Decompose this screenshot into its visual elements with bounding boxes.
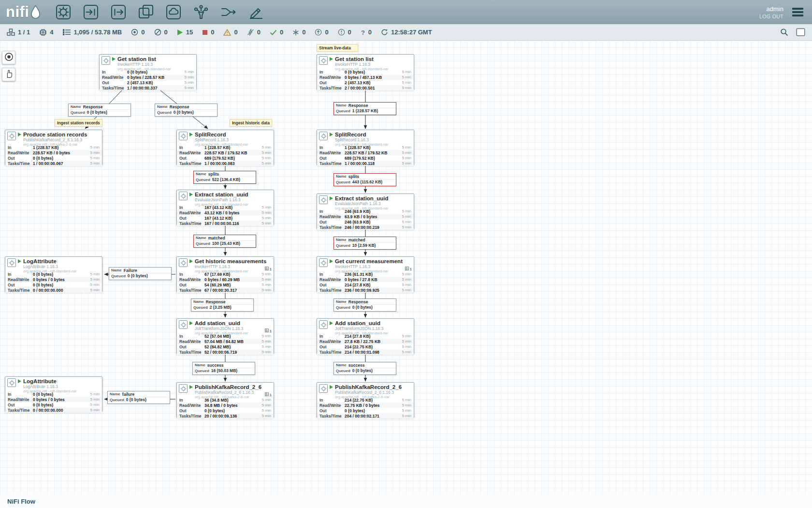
connection-response-0[interactable]: NameResponseQueued0 (0 bytes)	[68, 104, 131, 117]
status-locally-modified: 0	[292, 29, 305, 36]
connection-matched-3[interactable]: NamematchedQueued100 (25.43 KB)	[193, 235, 256, 248]
connection-name-key: Name	[336, 103, 347, 107]
queued-icon	[63, 29, 71, 35]
stat-value: 52 / 00:00:06.719	[204, 350, 237, 355]
processor-name: SplitRecord	[195, 132, 226, 137]
stat-window: 5 min	[402, 80, 411, 85]
processor-icon	[319, 320, 328, 329]
connection-response-5[interactable]: NameResponseQueued2 (3.25 MB)	[191, 299, 254, 312]
stat-value: 54 (60.29 MB)	[204, 283, 231, 287]
processor-header: LogAttributeLogAttribute 1.16.3org.apach…	[5, 257, 102, 271]
toolbar-funnel-icon[interactable]	[193, 4, 209, 20]
stat-label: Out	[319, 156, 345, 161]
processor-publish-kafka-left[interactable]: PublishKafkaRecord_2_6PublishKafkaRecord…	[176, 382, 274, 418]
flow-label[interactable]: Ingest historic data	[230, 119, 272, 127]
canvas-panel-toggle-icon[interactable]	[796, 28, 805, 36]
processor-log-attribute-1[interactable]: LogAttributeLogAttribute 1.16.3org.apach…	[5, 256, 102, 292]
processor-name: Produce station records	[23, 132, 87, 137]
breadcrumb[interactable]: NiFi Flow	[7, 498, 35, 505]
processor-extract-station-uuid-left[interactable]: Extract station_uuidEvaluateJsonPath 1.1…	[176, 190, 274, 225]
connection-splits-9[interactable]: NamesplitsQueued443 (115.62 KB)	[334, 173, 396, 186]
processor-name-row: SplitRecord	[330, 132, 388, 137]
stat-row: Read/Write0 bytes / 0 bytes5 min	[5, 397, 102, 402]
connection-name-value: success	[207, 363, 224, 368]
status-up-to-date-count: 0	[280, 29, 283, 36]
connection-matched-10[interactable]: NamematchedQueued10 (2.59 KB)	[334, 237, 396, 250]
processor-get-station-list-right[interactable]: Get station listInvokeHTTP 1.16.3org.apa…	[317, 54, 414, 90]
connection-success-6[interactable]: NamesuccessQueued16 (50.03 MB)	[192, 362, 255, 375]
stat-window: 5 min	[261, 161, 271, 165]
stat-row: In1 (228.57 KB)5 min	[177, 145, 274, 150]
flow-label[interactable]: Stream live-data	[317, 44, 358, 52]
toolbar-template-icon[interactable]	[220, 4, 237, 20]
connection-name-row: Namesplits	[194, 171, 256, 177]
processor-extract-station-uuid-right[interactable]: Extract station_uuidEvaluateJsonPath 1.1…	[317, 194, 414, 229]
processor-get-historic-measurements[interactable]: Get historic measurementsInvokeHTTP 1.16…	[176, 256, 274, 292]
processor-stats: In0 (0 bytes)5 minRead/Write0 bytes / 45…	[317, 69, 414, 90]
stat-row: Out0 (0 bytes)5 min	[5, 155, 102, 161]
status-stale-count: 0	[325, 29, 328, 36]
connection-failure-7[interactable]: NamefailureQueued0 (0 bytes)	[107, 391, 170, 404]
global-menu-button[interactable]	[790, 6, 805, 18]
processor-produce-station-records[interactable]: Produce station recordsPublishKafkaRecor…	[5, 130, 102, 165]
toolbar-label-icon[interactable]	[248, 4, 264, 20]
processor-header: SplitRecordSplitRecord 1.16.3org.apache.…	[317, 130, 414, 145]
stat-value: 1 (228.57 KB)	[204, 145, 230, 150]
connection-name-row: NameResponse	[334, 103, 396, 108]
processor-split-record-right[interactable]: SplitRecordSplitRecord 1.16.3org.apache.…	[317, 130, 414, 165]
processor-stats: In0 (0 bytes)5 minRead/Write0 bytes / 0 …	[5, 391, 102, 413]
flow-label[interactable]: Ingest station records	[55, 119, 102, 127]
toolbar-processor-icon[interactable]	[55, 4, 72, 20]
processor-get-station-list-left[interactable]: Get station listInvokeHTTP 1.16.3org.apa…	[99, 54, 197, 90]
stat-window: 5 min	[90, 150, 100, 155]
invalid-icon	[223, 29, 231, 36]
connection-failure-4[interactable]: NameFailureQueued0 (0 bytes)	[109, 267, 172, 280]
connection-splits-2[interactable]: NamesplitsQueued522 (136.4 KB)	[193, 171, 256, 184]
processor-publish-kafka-right[interactable]: PublishKafkaRecord_2_6PublishKafkaRecord…	[317, 382, 414, 418]
toolbar-remote-process-group-icon[interactable]	[165, 4, 182, 20]
stat-label: Read/Write	[319, 150, 345, 155]
running-status-icon	[112, 57, 116, 61]
stat-value: 0 bytes / 60.29 MB	[204, 277, 240, 282]
processor-split-record-left[interactable]: SplitRecordSplitRecord 1.16.3org.apache.…	[176, 130, 274, 165]
connection-queued-value: 0 (0 bytes)	[128, 273, 148, 278]
connection-response-1[interactable]: NameResponseQueued0 (0 bytes)	[155, 104, 218, 117]
stat-window: 5 min	[90, 392, 100, 396]
toolbar-input-port-icon[interactable]	[83, 4, 99, 20]
connection-response-11[interactable]: NameResponseQueued0 (0 bytes)	[334, 299, 396, 312]
processor-add-station-uuid-left[interactable]: Add station_uuidJoltTransformJSON 1.16.3…	[176, 318, 274, 354]
flow-canvas[interactable]: Ingest station recordsIngest historic da…	[0, 41, 812, 508]
stat-label: Out	[319, 408, 345, 413]
connection-success-12[interactable]: NamesuccessQueued0 (0 bytes)	[334, 362, 396, 375]
stat-row: Read/Write22.75 KB / 0 bytes5 min	[317, 403, 414, 408]
processor-titles: Produce station recordsPublishKafkaRecor…	[18, 132, 87, 145]
processor-add-station-uuid-right[interactable]: Add station_uuidJoltTransformJSON 1.16.3…	[317, 318, 414, 354]
processor-icon	[179, 258, 188, 267]
connection-queued-value: 0 (0 bytes)	[174, 110, 194, 115]
search-icon[interactable]	[780, 28, 788, 36]
connection-name-key: Name	[195, 363, 205, 367]
processor-log-attribute-2[interactable]: LogAttributeLogAttribute 1.16.3org.apach…	[5, 376, 102, 412]
toolbar-output-port-icon[interactable]	[110, 4, 127, 20]
stat-row: Read/Write0 bytes / 228.57 KB5 min	[100, 75, 196, 80]
operate-palette-button[interactable]	[2, 68, 15, 81]
stat-window: 5 min	[184, 86, 194, 90]
stat-window: 5 min	[90, 288, 100, 292]
connection-response-8[interactable]: NameResponseQueued1 (228.57 KB)	[334, 102, 396, 115]
stat-value: 0 bytes / 457.13 KB	[345, 75, 382, 80]
logout-link[interactable]: LOG OUT	[759, 14, 783, 19]
running-status-icon	[330, 133, 333, 136]
canvas-palettes	[2, 51, 15, 81]
running-status-icon	[189, 321, 193, 325]
stat-label: In	[179, 272, 204, 277]
processor-get-current-measurement[interactable]: Get current measurementInvokeHTTP 1.16.3…	[317, 256, 414, 292]
connection-queued-value: 0 (0 bytes)	[126, 397, 146, 402]
stat-label: In	[179, 334, 204, 339]
toolbar-process-group-icon[interactable]	[138, 4, 154, 20]
stat-window: 5 min	[184, 70, 194, 74]
connection-queued-row: Queued0 (0 bytes)	[334, 304, 396, 310]
stat-value: 167 / 00:00:00.116	[204, 221, 239, 226]
stat-row: Tasks/Time214 / 00:00:01.0985 min	[317, 349, 414, 355]
stat-value: 1 / 00:00:00.083	[204, 161, 234, 166]
navigate-palette-button[interactable]	[2, 51, 15, 64]
